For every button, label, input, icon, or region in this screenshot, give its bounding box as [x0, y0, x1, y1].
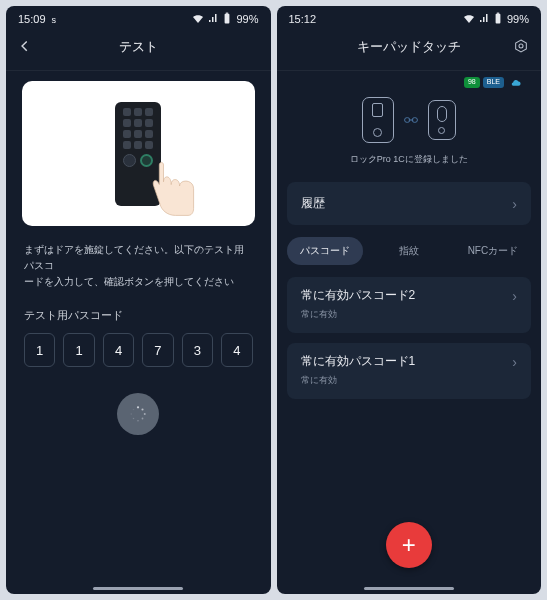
svg-point-12: [519, 44, 523, 48]
page-title: テスト: [119, 38, 158, 56]
phone-right: 15:12 99% キーパッドタッチ 9: [277, 6, 542, 594]
status-bar: 15:12 99%: [277, 6, 542, 28]
status-mode: s: [52, 15, 57, 25]
svg-point-9: [133, 409, 135, 411]
history-label: 履歴: [301, 195, 325, 212]
svg-rect-10: [496, 14, 501, 24]
wifi-icon: [192, 13, 204, 25]
svg-rect-11: [497, 13, 499, 14]
home-indicator[interactable]: [364, 587, 454, 590]
section-label-passcode: テスト用パスコード: [6, 290, 271, 333]
passcode-digit: 1: [63, 333, 94, 367]
passcode-item[interactable]: 常に有効パスコード1 › 常に有効: [287, 343, 532, 399]
plus-icon: +: [402, 531, 416, 559]
passcode-digit: 3: [182, 333, 213, 367]
passcode-digit: 4: [103, 333, 134, 367]
device-block: 98 BLE ロックPro 1Cに登録しました: [277, 71, 542, 172]
battery-badge: 98: [464, 77, 480, 88]
instruction-text: まずはドアを施錠してください。以下のテスト用パスコ ードを入力して、確認ボタンを…: [6, 238, 271, 290]
passcode-digit: 7: [142, 333, 173, 367]
svg-rect-0: [225, 14, 230, 24]
chevron-right-icon: ›: [512, 196, 517, 212]
wifi-icon: [463, 13, 475, 25]
passcode-row: 1 1 4 7 3 4: [6, 333, 271, 367]
keypad-device-icon: [362, 97, 394, 143]
registered-text: ロックPro 1Cに登録しました: [293, 153, 526, 166]
app-header: テスト: [6, 28, 271, 70]
chevron-right-icon: ›: [512, 354, 517, 370]
app-header: キーパッドタッチ: [277, 28, 542, 70]
hand-icon: [125, 158, 195, 227]
passcode-item[interactable]: 常に有効パスコード2 › 常に有効: [287, 277, 532, 333]
svg-point-3: [142, 408, 144, 410]
history-row[interactable]: 履歴 ›: [287, 182, 532, 225]
svg-point-2: [137, 406, 139, 408]
tab-passcode[interactable]: パスコード: [287, 237, 363, 265]
passcode-item-subtitle: 常に有効: [301, 308, 337, 321]
settings-button[interactable]: [513, 38, 529, 58]
passcode-digit: 4: [221, 333, 252, 367]
status-time: 15:12: [289, 13, 317, 25]
battery-percent: 99%: [507, 13, 529, 25]
signal-icon: [208, 13, 218, 25]
add-fab[interactable]: +: [386, 522, 432, 568]
status-bar: 15:09 s 99%: [6, 6, 271, 28]
cloud-icon: [507, 77, 525, 88]
page-title: キーパッドタッチ: [357, 38, 461, 56]
svg-point-8: [131, 413, 133, 415]
passcode-item-subtitle: 常に有効: [301, 374, 337, 387]
svg-point-7: [133, 418, 135, 420]
battery-icon: [222, 12, 232, 26]
svg-point-6: [137, 420, 139, 422]
signal-icon: [479, 13, 489, 25]
passcode-item-title: 常に有効パスコード2: [301, 287, 416, 304]
tab-nfc[interactable]: NFCカード: [455, 237, 531, 265]
lock-device-icon: [428, 100, 456, 140]
battery-icon: [493, 12, 503, 26]
chevron-right-icon: ›: [512, 288, 517, 304]
segment-tabs: パスコード 指紋 NFCカード: [277, 225, 542, 267]
phone-left: 15:09 s 99% テスト: [6, 6, 271, 594]
loading-spinner: [117, 393, 159, 435]
battery-percent: 99%: [236, 13, 258, 25]
tab-fingerprint[interactable]: 指紋: [371, 237, 447, 265]
status-time: 15:09: [18, 13, 46, 25]
ble-badge: BLE: [483, 77, 504, 88]
illustration-card: [22, 81, 255, 226]
link-icon: [404, 115, 418, 126]
passcode-digit: 1: [24, 333, 55, 367]
svg-point-5: [142, 418, 144, 420]
home-indicator[interactable]: [93, 587, 183, 590]
back-button[interactable]: [18, 39, 32, 57]
passcode-item-title: 常に有効パスコード1: [301, 353, 416, 370]
svg-point-4: [144, 413, 146, 415]
svg-rect-1: [226, 13, 228, 14]
